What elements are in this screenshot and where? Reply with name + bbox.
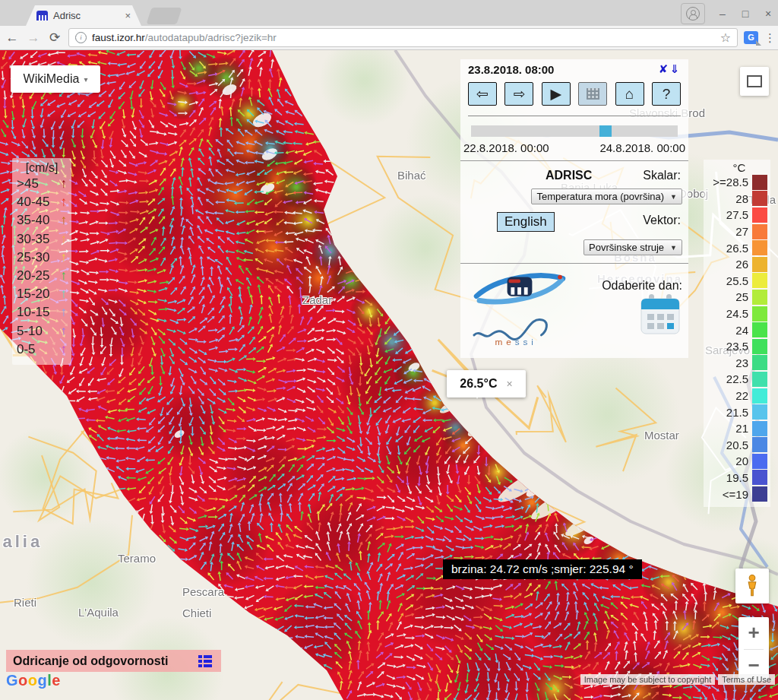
layer-selector-label: WikiMedia [24,72,80,86]
control-panel: 23.8.2018. 08:00 ✘⇓ ⇦⇨▶⌂? 22.8.2018. 00:… [460,59,688,358]
color-swatch [752,372,767,387]
color-swatch [752,421,767,436]
select-caret-icon: ▼ [670,244,677,252]
help-button[interactable]: ? [652,82,681,106]
map-label: Mostar [644,429,679,442]
speed-legend-item: 10-15↑ [17,303,67,321]
color-swatch [752,355,767,370]
browser-tab[interactable]: Adrisc × [26,5,141,26]
window-minimize-button[interactable]: – [717,8,728,20]
map-label: Chieti [182,607,211,619]
chevron-down-icon: ▾ [84,75,87,84]
fullscreen-button[interactable] [740,67,769,96]
bookmark-star-icon[interactable]: ☆ [720,30,731,45]
address-bar[interactable]: i faust.izor.hr/autodatapub/adrisc?jezik… [68,28,738,47]
color-swatch [752,388,767,404]
layers-section: ADRISC Skalar: Temperatura mora (površin… [460,160,688,263]
temp-scale-item: 24 [704,321,767,338]
play-button[interactable]: ▶ [542,82,571,106]
forward-button[interactable]: → [26,30,41,46]
speed-legend-item: 30-35↑ [17,230,67,249]
arrow-icon: ↑ [61,324,68,339]
english-language-button[interactable]: English [497,212,555,232]
temp-scale-item: >=28.5 [704,174,767,191]
temp-scale-item: 19.5 [704,470,767,486]
temperature-scale-title: °C [704,161,767,174]
arrow-icon: ↑ [61,287,68,302]
temp-scale-item: 25.5 [704,273,767,290]
calendar-icon[interactable] [638,293,682,337]
slider-start-date: 22.8.2018. 00:00 [463,141,549,154]
window-maximize-button[interactable]: □ [740,8,751,20]
select-day-label: Odaberite dan: [597,268,682,293]
current-datetime: 23.8.2018. 08:00 [468,63,554,76]
new-tab-button[interactable] [146,8,182,24]
arrow-icon: ↑ [61,195,68,210]
site-favicon-icon [36,11,48,21]
color-swatch [752,290,767,305]
grid-button[interactable] [578,82,607,106]
panel-collapse-icon: ⇓ [669,62,681,75]
url-text[interactable]: faust.izor.hr/autodatapub/adrisc?jezik=h… [92,32,715,43]
speed-legend-item: 35-40↑ [17,211,67,230]
speed-legend-item: 5-10↑ [17,322,67,340]
scalar-select[interactable]: Temperatura mora (površina)▼ [531,188,682,204]
screenshot-root: { "browser": { "tab_title": "Adrisc", "t… [0,0,778,700]
panel-window-icons[interactable]: ✘⇓ [659,62,681,76]
tab-close-icon[interactable]: × [125,10,131,21]
messi-text: messi [495,337,536,347]
avatar-icon [686,7,700,21]
time-slider[interactable] [471,125,678,137]
temp-scale-item: 28 [704,191,767,207]
scalar-label: Skalar: [643,169,681,182]
pegman-icon [742,574,762,598]
popup-close-icon[interactable]: × [506,378,512,390]
temperature-scale: °C >=28.52827.52726.52625.52524.52423.52… [704,160,770,507]
color-swatch [752,273,767,288]
select-caret-icon: ▼ [670,193,677,201]
color-swatch [752,306,767,321]
color-swatch [752,240,767,255]
temp-scale-item: 20.5 [704,437,767,454]
reload-button[interactable]: ⟳ [47,30,62,46]
terms-of-use-link[interactable]: Terms of Use [718,674,775,685]
vector-select[interactable]: Površinske struje▼ [584,239,682,255]
map-label: Italia [0,532,43,552]
divider [468,116,681,116]
profile-button[interactable] [681,3,705,24]
step-forward-button[interactable]: ⇨ [504,82,533,106]
home-button[interactable]: ⌂ [615,82,644,106]
page-info-icon[interactable]: i [75,32,87,43]
color-swatch [752,207,767,223]
color-swatch [752,175,767,190]
grid-icon [587,88,599,100]
list-icon[interactable] [198,655,212,667]
speed-legend-item: 25-30↑ [17,249,67,267]
browser-menu-icon[interactable]: ⋮ [764,31,773,45]
zoom-in-button[interactable]: + [738,617,769,649]
google-logo: Google [6,672,61,689]
window-close-button[interactable]: × [763,8,773,20]
logo-section: messi Odaberite dan: [460,263,688,358]
pegman-button[interactable] [735,569,769,603]
map-label: Pescara [182,585,224,598]
temp-scale-item: 27.5 [704,207,767,223]
time-slider-handle[interactable] [599,125,612,137]
messi-logo: messi [471,312,561,347]
temp-scale-item: 22 [704,388,767,404]
step-back-button[interactable]: ⇦ [468,82,497,106]
temp-scale-item: 23.5 [704,338,767,355]
map-layer-selector[interactable]: WikiMedia ▾ [11,65,100,93]
translate-icon[interactable]: G [744,31,758,44]
back-button[interactable]: ← [5,30,20,46]
map-label: Bihać [397,169,426,182]
color-swatch [752,437,767,452]
disclaimer-bar[interactable]: Odricanje od odgovornosti [6,650,221,672]
temp-scale-item: 24.5 [704,306,767,322]
temp-scale-item: <=19 [704,486,767,502]
speed-legend-title: [cm/s] [17,161,67,175]
copyright-text: Image may be subject to copyright [580,674,716,685]
zoom-control: + − [738,617,769,681]
browser-toolbar: ← → ⟳ i faust.izor.hr/autodatapub/adrisc… [0,26,778,50]
temperature-popup: 26.5°C × [447,370,526,398]
